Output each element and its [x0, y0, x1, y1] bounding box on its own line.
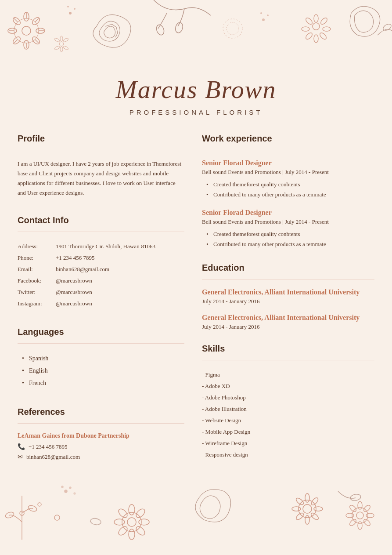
- reference-email: binhan628@gmail.com: [26, 453, 80, 461]
- svg-point-24: [223, 19, 242, 38]
- instagram-label: Instagram:: [18, 298, 50, 309]
- edu-1-school: General Electronics, Alliant Internation…: [202, 288, 374, 296]
- address-label: Address:: [18, 241, 50, 252]
- skills-section: Skills - Figma - Adobe XD - Adobe Photos…: [202, 344, 374, 461]
- svg-point-84: [363, 518, 371, 527]
- svg-point-30: [319, 32, 327, 40]
- instagram-value: @marcusbrown: [56, 298, 92, 309]
- languages-divider: [18, 343, 184, 344]
- svg-line-7: [35, 40, 39, 43]
- svg-point-36: [69, 12, 72, 15]
- svg-point-33: [302, 27, 309, 31]
- svg-point-26: [313, 23, 320, 30]
- job-entry-2: Senior Florad Designer Bell sound Events…: [202, 209, 374, 250]
- contact-email-row: Email: binhan628@gmail.com: [18, 264, 184, 275]
- education-divider: [202, 279, 374, 279]
- education-section: Education General Electronics, Alliant I…: [202, 263, 374, 330]
- svg-point-73: [314, 507, 323, 511]
- email-value: binhan628@gmail.com: [56, 264, 109, 275]
- svg-point-23: [174, 22, 184, 33]
- svg-point-40: [267, 15, 269, 16]
- svg-point-43: [60, 36, 63, 41]
- job-1-title: Senior Florad Designer: [202, 159, 374, 167]
- floral-top-decoration: [0, 0, 392, 62]
- skill-3: - Adobe Photoshop: [202, 392, 374, 403]
- svg-line-8: [35, 18, 39, 22]
- svg-point-83: [366, 513, 374, 518]
- profile-section: Profile I am a UI/UX designer. I have 2 …: [18, 134, 184, 198]
- twitter-label: Twitter:: [18, 287, 50, 298]
- right-column: Work experience Senior Florad Designer B…: [202, 134, 374, 478]
- svg-point-57: [61, 486, 63, 488]
- svg-point-31: [314, 35, 318, 43]
- facebook-label: Facebook:: [18, 275, 50, 287]
- svg-point-89: [350, 493, 361, 501]
- svg-point-48: [54, 37, 60, 42]
- address-value: 1901 Thornridge Cir. Shiloh, Hawaii 8106…: [56, 241, 155, 252]
- contact-table: Address: 1901 Thornridge Cir. Shiloh, Ha…: [18, 241, 184, 309]
- svg-point-79: [352, 508, 368, 523]
- svg-point-70: [303, 504, 312, 513]
- skill-4: - Adobe Illustration: [202, 403, 374, 415]
- svg-point-55: [65, 490, 67, 493]
- svg-point-42: [59, 42, 64, 46]
- svg-point-38: [67, 6, 69, 7]
- header: Marcus Brown PROFESSIONAL FLORIST: [0, 62, 392, 134]
- contact-address-row: Address: 1901 Thornridge Cir. Shiloh, Ha…: [18, 241, 184, 252]
- edu-entry-1: General Electronics, Alliant Internation…: [202, 288, 374, 305]
- job-2-bullets: Created themeforest quality conbtents Co…: [202, 229, 374, 250]
- skill-8: - Responsive design: [202, 449, 374, 461]
- svg-point-28: [320, 17, 328, 25]
- svg-point-69: [298, 500, 316, 518]
- svg-line-6: [14, 18, 18, 22]
- contact-divider: [18, 232, 184, 232]
- person-job-title: PROFESSIONAL FLORIST: [0, 109, 392, 116]
- svg-point-32: [305, 32, 313, 40]
- edu-2-school: General Electronics, Alliant Internation…: [202, 314, 374, 322]
- languages-section: Languages Spanish English French: [18, 327, 184, 389]
- language-item-spanish: Spanish: [22, 352, 184, 365]
- edu-entry-2: General Electronics, Alliant Internation…: [202, 314, 374, 330]
- profile-text: I am a UI/UX designer. I have 2 years of…: [18, 159, 184, 198]
- svg-point-1: [22, 26, 31, 35]
- job-2-bullet-2: Contributed to many other products as a …: [206, 239, 374, 249]
- skill-5: - Website Design: [202, 415, 374, 426]
- svg-point-34: [305, 17, 313, 25]
- work-title: Work experience: [202, 134, 374, 144]
- svg-line-20: [116, 27, 118, 33]
- svg-point-29: [323, 27, 331, 31]
- skills-divider: [202, 360, 374, 360]
- edu-2-date: July 2014 - January 2016: [202, 323, 374, 330]
- phone-icon: 📞: [18, 443, 25, 450]
- contact-title: Contact Info: [18, 215, 184, 225]
- person-name: Marcus Brown: [0, 75, 392, 104]
- facebook-value: @marcusbrown: [56, 275, 92, 287]
- skills-title: Skills: [202, 344, 374, 354]
- reference-phone: +1 234 456 7895: [29, 443, 68, 450]
- work-divider: [202, 150, 374, 150]
- references-divider: [18, 423, 184, 424]
- svg-point-80: [356, 512, 363, 519]
- profile-title: Profile: [18, 134, 184, 144]
- svg-point-44: [63, 37, 68, 42]
- skill-1: - Figma: [202, 369, 374, 381]
- svg-point-25: [227, 22, 239, 35]
- main-content: Profile I am a UI/UX designer. I have 2 …: [0, 134, 392, 478]
- svg-point-60: [127, 518, 136, 526]
- job-1-company: Bell sound Events and Promotions | July …: [202, 169, 374, 176]
- profile-divider: [18, 150, 184, 150]
- job-1-bullets: Created themeforest quality conbtents Co…: [202, 179, 374, 200]
- job-1-bullet-2: Contributed to many other products as a …: [206, 189, 374, 200]
- skill-7: - Wireframe Design: [202, 438, 374, 449]
- contact-instagram-row: Instagram: @marcusbrown: [18, 298, 184, 309]
- twitter-value: @marcusbrown: [56, 287, 92, 298]
- job-2-bullet-1: Created themeforest quality conbtents: [206, 229, 374, 239]
- svg-point-58: [74, 493, 76, 494]
- svg-point-87: [346, 513, 354, 518]
- svg-point-71: [305, 493, 309, 502]
- svg-point-81: [358, 501, 362, 509]
- reference-email-row: ✉ binhan628@gmail.com: [18, 453, 184, 461]
- contact-section: Contact Info Address: 1901 Thornridge Ci…: [18, 215, 184, 309]
- svg-point-45: [63, 45, 68, 50]
- skill-2: - Adobe XD: [202, 381, 374, 392]
